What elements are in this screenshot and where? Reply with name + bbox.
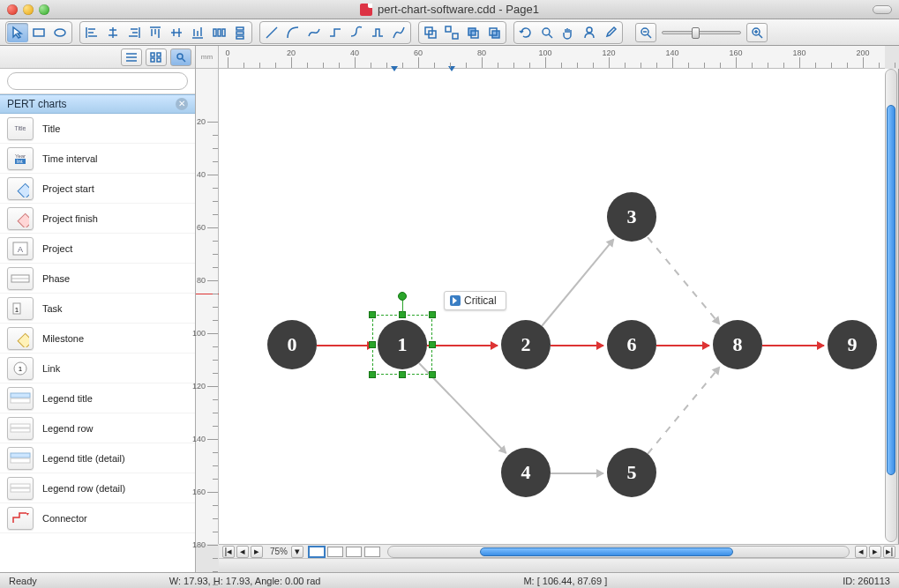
page-thumb-1[interactable] <box>309 547 325 557</box>
align-center-h[interactable] <box>102 23 124 42</box>
vertical-scroll-thumb[interactable] <box>887 105 895 475</box>
rect-tool[interactable] <box>28 23 49 42</box>
page-first-button[interactable]: |◂ <box>222 546 235 558</box>
page-thumb-4[interactable] <box>364 547 380 557</box>
zoom-slider-knob[interactable] <box>692 27 700 39</box>
view-list-button[interactable] <box>121 48 142 66</box>
group-button[interactable] <box>420 23 441 42</box>
distribute-v[interactable] <box>229 23 251 42</box>
selection-handle[interactable] <box>429 341 436 348</box>
diagram-canvas[interactable]: 012345689Critical <box>219 69 898 544</box>
horizontal-scroll-thumb[interactable] <box>480 547 733 556</box>
main-area: PERT charts ✕ TitleTitleYearIntTime inte… <box>0 46 899 572</box>
vertical-scrollbar[interactable] <box>885 69 897 542</box>
shape-item-milestone[interactable]: Milestone <box>0 324 195 354</box>
align-top[interactable] <box>145 23 166 42</box>
distribute-h[interactable] <box>208 23 229 42</box>
selection-handle[interactable] <box>399 371 406 378</box>
smart-connector-tool[interactable] <box>367 23 388 42</box>
shape-item-title[interactable]: TitleTitle <box>0 114 195 144</box>
pointer-tool[interactable] <box>7 23 28 42</box>
sidebar-search-button[interactable] <box>170 48 191 66</box>
edge-4-5[interactable] <box>551 473 603 474</box>
refresh-button[interactable] <box>515 23 536 42</box>
zoom-tool[interactable] <box>536 23 558 42</box>
scroll-right-button[interactable]: ▸ <box>869 546 881 558</box>
shape-thumb: YearInt <box>7 147 34 170</box>
align-middle-v[interactable] <box>166 23 187 42</box>
node-8[interactable]: 8 <box>713 320 762 369</box>
shape-item-legend-row[interactable]: Legend row <box>0 413 195 443</box>
align-left[interactable] <box>81 23 102 42</box>
zoom-dropdown-button[interactable]: ▾ <box>291 546 303 558</box>
shape-item-legend-title[interactable]: Legend title <box>0 383 195 413</box>
arc-tool[interactable] <box>282 23 303 42</box>
shape-item-legend-row-detail-[interactable]: Legend row (detail) <box>0 473 195 503</box>
curve-tool[interactable] <box>303 23 325 42</box>
ruler-vertical[interactable]: 20406080100120140160180 <box>196 69 219 544</box>
selection-handle[interactable] <box>369 311 376 318</box>
shape-thumb: 1 <box>7 357 34 380</box>
node-4[interactable]: 4 <box>501 448 551 497</box>
align-bottom[interactable] <box>187 23 208 42</box>
edge-1-2[interactable] <box>427 345 498 346</box>
selection-handle[interactable] <box>369 371 376 378</box>
shape-item-project-start[interactable]: Project start <box>0 174 195 204</box>
edge-6-8[interactable] <box>656 345 709 346</box>
edge-5-8[interactable] <box>647 367 720 455</box>
line-tool[interactable] <box>261 23 282 42</box>
page-prev-button[interactable]: ◂ <box>236 546 249 558</box>
view-grid-button[interactable] <box>146 48 167 66</box>
selection-handle[interactable] <box>429 371 436 378</box>
shape-item-project[interactable]: AProject <box>0 234 195 264</box>
elbow-tool[interactable] <box>325 23 346 42</box>
horizontal-scrollbar[interactable] <box>387 546 850 558</box>
shape-item-link[interactable]: 1Link <box>0 354 195 383</box>
zoom-out-button[interactable] <box>635 23 656 42</box>
bezier-tool[interactable] <box>388 23 409 42</box>
selection-handle[interactable] <box>429 311 436 318</box>
shape-item-task[interactable]: 1Task <box>0 294 195 324</box>
rotation-handle[interactable] <box>398 292 407 301</box>
smart-tag[interactable]: Critical <box>444 291 506 310</box>
edge-3-8[interactable] <box>647 236 720 324</box>
ellipse-tool[interactable] <box>49 23 71 42</box>
align-right[interactable] <box>124 23 145 42</box>
scroll-left-button[interactable]: ◂ <box>855 546 867 558</box>
ungroup-button[interactable] <box>441 23 462 42</box>
node-3[interactable]: 3 <box>607 192 656 242</box>
front-button[interactable] <box>462 23 483 42</box>
round-elbow-tool[interactable] <box>346 23 367 42</box>
edge-8-9[interactable] <box>762 345 824 346</box>
selection-handle[interactable] <box>369 341 376 348</box>
page-thumb-2[interactable] <box>327 547 343 557</box>
category-close-icon[interactable]: ✕ <box>176 98 188 110</box>
shape-item-connector[interactable]: Connector <box>0 503 195 533</box>
node-0[interactable]: 0 <box>267 320 317 369</box>
edge-2-6[interactable] <box>551 345 603 346</box>
node-9[interactable]: 9 <box>828 320 877 369</box>
eyedropper-tool[interactable] <box>600 23 621 42</box>
node-2[interactable]: 2 <box>501 320 551 369</box>
scroll-end-button[interactable]: ▸| <box>883 546 895 558</box>
back-button[interactable] <box>483 23 505 42</box>
page-next-button[interactable]: ▸ <box>251 546 263 558</box>
node-5[interactable]: 5 <box>607 448 656 497</box>
zoom-slider[interactable] <box>662 31 741 34</box>
zoom-in-button[interactable] <box>746 23 768 42</box>
shape-item-legend-title-detail-[interactable]: Legend title (detail) <box>0 443 195 473</box>
sidebar-search-input[interactable] <box>7 72 188 90</box>
hand-tool[interactable] <box>558 23 579 42</box>
page-thumb-3[interactable] <box>346 547 362 557</box>
edge-2-3[interactable] <box>541 239 614 327</box>
shape-item-time-interval[interactable]: YearIntTime interval <box>0 144 195 174</box>
ruler-horizontal[interactable]: 020406080100120140160180200220240260 <box>219 46 885 69</box>
sidebar-category-header[interactable]: PERT charts ✕ <box>0 94 195 114</box>
user-tool[interactable] <box>579 23 600 42</box>
node-6[interactable]: 6 <box>607 320 656 369</box>
edge-0-1[interactable] <box>317 345 374 346</box>
svg-rect-42 <box>11 458 30 463</box>
canvas-viewport[interactable]: 012345689Critical <box>219 69 899 544</box>
shape-item-project-finish[interactable]: Project finish <box>0 204 195 234</box>
shape-item-phase[interactable]: Phase <box>0 264 195 294</box>
